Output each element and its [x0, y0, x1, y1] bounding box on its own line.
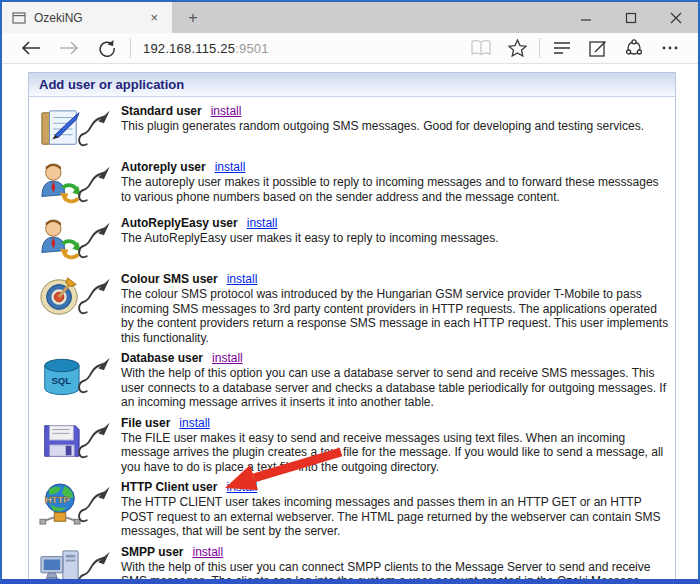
computer-icon [35, 545, 121, 580]
add-user-panel: Add user or application Standard userins… [28, 72, 676, 579]
plugin-title: AutoReplyEasy user [121, 216, 238, 230]
plugin-item: SMPP userinstall With the help of this u… [35, 545, 671, 580]
tab-strip-spacer [214, 2, 563, 33]
hub-icon[interactable] [544, 41, 580, 55]
tab-strip: OzekiNG × + [2, 2, 698, 33]
target-dart-icon [35, 272, 121, 345]
browser-window: OzekiNG × + 192.168.115. [0, 0, 700, 584]
plugin-title: Colour SMS user [121, 272, 218, 286]
sql-database-icon: SQL [35, 351, 121, 410]
install-link[interactable]: install [226, 480, 257, 494]
plugin-item: Autoreply userinstall The autoreply user… [35, 160, 671, 210]
navigation-bar: 192.168.115.25:9501 [2, 33, 698, 64]
plugin-description: The HTTP CLIENT user takes incoming mess… [121, 495, 671, 539]
plugin-description: This plugin generates random outgoing SM… [121, 119, 671, 134]
address-divider [130, 38, 131, 58]
new-tab-button[interactable]: + [172, 2, 214, 33]
plugin-list: Standard userinstall This plugin generat… [29, 97, 675, 579]
url-host: 192.168.115.25 [143, 41, 235, 56]
floppy-disk-icon [35, 416, 121, 475]
plugin-title: Autoreply user [121, 160, 206, 174]
plugin-title: HTTP Client user [121, 480, 217, 494]
plugin-description: The colour SMS protocol was introduced b… [121, 287, 671, 345]
plugin-item: Standard userinstall This plugin generat… [35, 104, 671, 154]
reading-view-icon[interactable] [463, 40, 499, 56]
tab-close-icon[interactable]: × [144, 8, 164, 27]
http-globe-icon: HTTP [35, 480, 121, 539]
install-link[interactable]: install [192, 545, 223, 559]
install-link[interactable]: install [212, 351, 243, 365]
plugin-description: With the help of this option you can use… [121, 366, 671, 410]
plugin-description: The AutoReplyEasy user makes it easy to … [121, 231, 671, 246]
more-icon[interactable] [652, 45, 688, 51]
plugin-item: AutoReplyEasy userinstall The AutoReplyE… [35, 216, 671, 266]
plugin-item: SQL Database userinstall With the help o… [35, 351, 671, 410]
install-link[interactable]: install [247, 216, 278, 230]
plugin-item: File userinstall The FILE user makes it … [35, 416, 671, 475]
plugin-description: With the help of this user you can conne… [121, 560, 671, 580]
plugin-description: The autoreply user makes it possible to … [121, 175, 671, 204]
svg-text:SQL: SQL [51, 375, 71, 386]
svg-text:HTTP: HTTP [45, 494, 71, 505]
person-reply-icon [35, 216, 121, 266]
back-arrow-icon[interactable] [12, 40, 50, 56]
plugin-item: HTTP HTTP Client userinstall The HTTP CL… [35, 480, 671, 539]
plugin-item: Colour SMS userinstall The colour SMS pr… [35, 272, 671, 345]
refresh-icon[interactable] [88, 39, 126, 57]
maximize-icon[interactable] [608, 2, 653, 33]
favorites-star-icon[interactable] [499, 39, 535, 57]
page-content: Add user or application Standard userins… [2, 64, 698, 579]
close-icon[interactable] [653, 2, 698, 33]
tab-title: OzekiNG [34, 11, 144, 25]
address-bar[interactable]: 192.168.115.25:9501 [135, 41, 463, 56]
toolbar-divider [539, 38, 540, 58]
plugin-title: Standard user [121, 104, 202, 118]
tab-ozeking[interactable]: OzekiNG × [2, 2, 172, 33]
plugin-title: SMPP user [121, 545, 183, 559]
page-title: Add user or application [29, 73, 675, 97]
person-reply-icon [35, 160, 121, 210]
plugin-title: File user [121, 416, 170, 430]
install-link[interactable]: install [227, 272, 258, 286]
install-link[interactable]: install [179, 416, 210, 430]
install-link[interactable]: install [215, 160, 246, 174]
plugin-description: The FILE user makes it easy to send and … [121, 431, 671, 475]
plugin-title: Database user [121, 351, 203, 365]
notepad-pen-icon [35, 104, 121, 154]
web-note-icon[interactable] [580, 39, 616, 57]
page-icon [12, 12, 26, 24]
minimize-icon[interactable] [563, 2, 608, 33]
install-link[interactable]: install [211, 104, 242, 118]
url-port: :9501 [235, 41, 269, 56]
forward-arrow-icon[interactable] [50, 40, 88, 56]
share-icon[interactable] [616, 39, 652, 57]
